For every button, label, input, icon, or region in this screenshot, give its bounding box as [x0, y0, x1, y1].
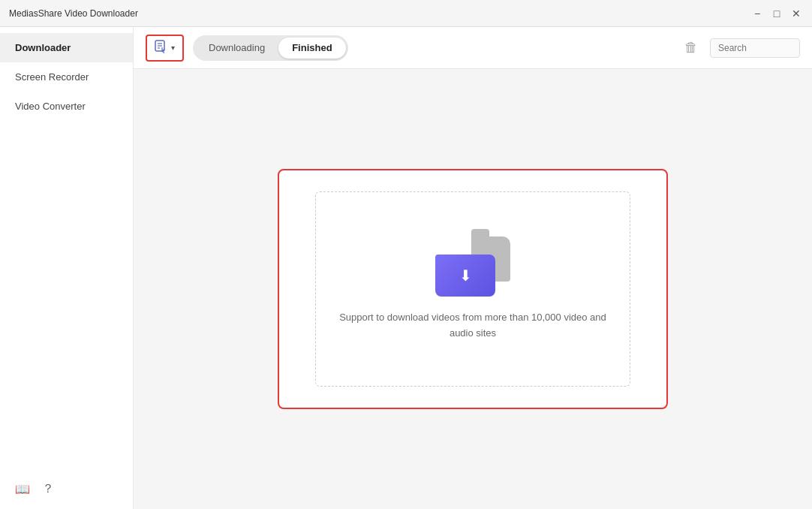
- help-icon-button[interactable]: ？: [42, 481, 54, 497]
- main-area: ▾ Downloading Finished 🗑: [134, 27, 812, 509]
- delete-button[interactable]: 🗑: [681, 37, 701, 59]
- tab-group: Downloading Finished: [193, 35, 348, 61]
- minimize-button[interactable]: −: [750, 7, 764, 20]
- sidebar-item-video-converter[interactable]: Video Converter: [0, 92, 133, 121]
- tab-downloading[interactable]: Downloading: [195, 38, 278, 59]
- help-icon: ？: [42, 482, 54, 495]
- close-button[interactable]: ✕: [789, 7, 803, 20]
- book-icon-button[interactable]: 📖: [15, 481, 30, 497]
- window-controls: − □ ✕: [750, 7, 803, 20]
- app-body: Downloader Screen Recorder Video Convert…: [0, 27, 812, 509]
- download-arrow-icon: ⬇: [459, 267, 472, 285]
- search-input[interactable]: [710, 38, 800, 58]
- folder-icon: ⬇: [435, 236, 510, 297]
- book-icon: 📖: [15, 483, 30, 495]
- tab-finished[interactable]: Finished: [278, 38, 345, 59]
- empty-state-text: Support to download videos from more tha…: [339, 310, 606, 342]
- add-download-arrow: ▾: [171, 44, 175, 52]
- sidebar: Downloader Screen Recorder Video Convert…: [0, 27, 134, 509]
- maximize-button[interactable]: □: [770, 7, 783, 20]
- app-title: MediasShare Video Downloader: [9, 8, 138, 19]
- content-area: ⬇ Support to download videos from more t…: [134, 69, 812, 509]
- trash-icon: 🗑: [684, 40, 698, 55]
- toolbar: ▾ Downloading Finished 🗑: [134, 27, 812, 69]
- empty-state-box: ⬇ Support to download videos from more t…: [315, 191, 630, 387]
- download-zone: ⬇ Support to download videos from more t…: [278, 169, 668, 409]
- titlebar: MediasShare Video Downloader − □ ✕: [0, 0, 812, 27]
- sidebar-item-screen-recorder[interactable]: Screen Recorder: [0, 62, 133, 92]
- sidebar-item-downloader[interactable]: Downloader: [0, 33, 133, 62]
- add-download-icon: [155, 40, 168, 56]
- add-download-button[interactable]: ▾: [146, 35, 184, 62]
- sidebar-bottom: 📖 ？: [0, 469, 133, 509]
- folder-front: ⬇: [435, 254, 495, 297]
